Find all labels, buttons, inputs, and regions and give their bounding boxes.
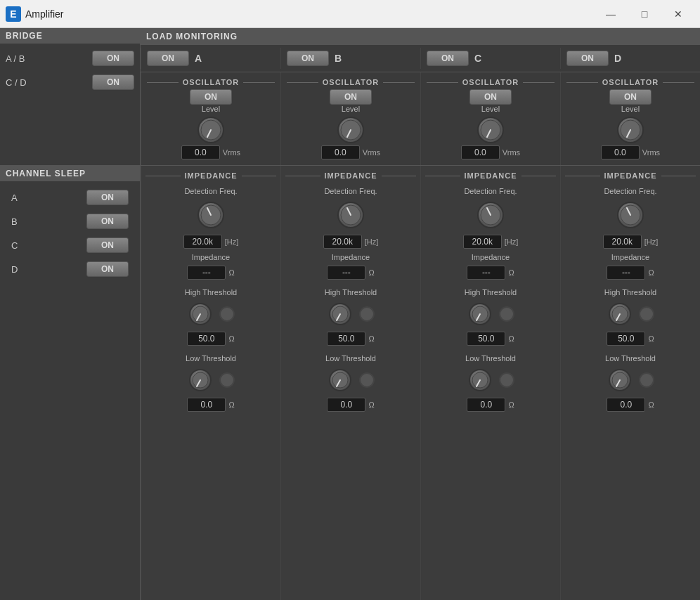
- imp-d-high-knob[interactable]: [607, 301, 633, 327]
- sleep-d-label: D: [11, 264, 18, 275]
- imp-b-low-pair: [327, 367, 375, 393]
- close-button[interactable]: ✕: [662, 4, 694, 25]
- imp-d-high-value: 50.0: [607, 332, 645, 346]
- osc-c-on-button[interactable]: ON: [469, 89, 512, 105]
- imp-a-low-label: Low Threshold: [186, 354, 236, 363]
- sleep-a-button[interactable]: ON: [86, 190, 129, 205]
- osc-a-on-button[interactable]: ON: [190, 89, 232, 105]
- osc-c-label: OSCILLATOR: [462, 78, 519, 86]
- osc-b-label: OSCILLATOR: [323, 78, 379, 86]
- ch-a-letter: A: [195, 53, 202, 64]
- imp-c-high-indicator: [499, 306, 514, 322]
- bridge-cd-button[interactable]: ON: [92, 74, 134, 90]
- imp-d-imp-display: --- Ω: [607, 266, 654, 280]
- osc-c-knob-container: Level: [475, 105, 506, 145]
- osc-b-on-button[interactable]: ON: [330, 89, 372, 105]
- ch-header-c: ON C: [420, 48, 560, 69]
- ch-b-on-button[interactable]: ON: [287, 51, 329, 66]
- osc-d-knob-container: Level: [615, 105, 646, 145]
- imp-b-low-knob[interactable]: [327, 367, 354, 393]
- osc-d-on-button[interactable]: ON: [609, 89, 652, 105]
- imp-a-label: IMPEDANCE: [185, 171, 238, 180]
- osc-c-level-knob[interactable]: [475, 115, 506, 145]
- ch-b-letter: B: [335, 53, 342, 64]
- channel-sleep-rows: A ON B ON C ON D ON: [0, 181, 140, 285]
- osc-b-title: OSCILLATOR: [287, 78, 415, 86]
- minimize-button[interactable]: —: [595, 4, 627, 25]
- imp-c-freq-knob[interactable]: [475, 200, 506, 230]
- imp-col-d: IMPEDANCE Detection Freq. 20.0k [Hz] Imp…: [560, 166, 700, 600]
- osc-b-level-knob[interactable]: [335, 115, 366, 145]
- imp-a-low-knob[interactable]: [187, 367, 214, 393]
- imp-b-freq-knob[interactable]: [335, 200, 366, 230]
- sleep-row-b: B ON: [6, 211, 134, 232]
- imp-c-low-pair: [467, 367, 514, 393]
- ch-header-b: ON B: [280, 48, 420, 69]
- channel-sleep-panel: CHANNEL SLEEP A ON B ON C ON D ON: [0, 166, 141, 600]
- ch-c-letter: C: [474, 53, 481, 64]
- imp-a-high-label: High Threshold: [185, 288, 237, 296]
- imp-a-high-knob[interactable]: [187, 301, 214, 327]
- imp-d-high-pair: [607, 301, 654, 327]
- imp-b-high-knob[interactable]: [327, 301, 354, 327]
- imp-col-c: IMPEDANCE Detection Freq. 20.0k [Hz] Imp…: [420, 166, 560, 600]
- imp-b-high-unit: Ω: [368, 334, 374, 343]
- imp-d-freq-knob[interactable]: [615, 200, 646, 230]
- imp-b-det-freq-label: Detection Freq.: [324, 187, 377, 195]
- sleep-c-button[interactable]: ON: [86, 237, 129, 253]
- sleep-row-a: A ON: [6, 187, 134, 208]
- imp-d-high-indicator: [639, 306, 654, 322]
- channel-content: LOAD MONITORING ON A ON B ON C ON D: [141, 28, 700, 165]
- imp-d-imp-label: Impedance: [611, 253, 649, 261]
- imp-a-freq-display: 20.0k [Hz]: [183, 235, 239, 249]
- osc-b-level-label: Level: [342, 105, 360, 113]
- imp-c-low-knob[interactable]: [467, 367, 493, 393]
- imp-a-low-pair: [187, 367, 235, 393]
- imp-c-label: IMPEDANCE: [465, 171, 517, 180]
- sleep-b-button[interactable]: ON: [86, 214, 129, 229]
- osc-d-level-label: Level: [621, 105, 640, 113]
- osc-d-unit: Vrms: [642, 148, 660, 157]
- imp-b-freq-value: 20.0k: [323, 235, 362, 249]
- maximize-button[interactable]: □: [628, 4, 661, 25]
- bridge-ab-button[interactable]: ON: [92, 51, 134, 66]
- imp-a-det-freq-label: Detection Freq.: [184, 187, 237, 195]
- imp-d-label: IMPEDANCE: [604, 171, 657, 180]
- imp-a-freq-knob[interactable]: [195, 200, 226, 230]
- title-left: E Amplifier: [6, 6, 63, 22]
- imp-a-low-unit: Ω: [228, 400, 234, 409]
- imp-b-low-display: 0.0 Ω: [327, 398, 374, 412]
- imp-c-imp-value: ---: [467, 266, 505, 280]
- imp-d-low-knob[interactable]: [607, 367, 633, 393]
- imp-b-high-label: High Threshold: [325, 288, 377, 296]
- imp-c-low-unit: Ω: [508, 400, 514, 409]
- imp-b-high-value: 50.0: [327, 332, 365, 346]
- title-bar: E Amplifier — □ ✕: [0, 0, 700, 28]
- imp-c-det-freq-label: Detection Freq.: [464, 187, 517, 195]
- ch-c-on-button[interactable]: ON: [427, 51, 469, 66]
- osc-a-title: OSCILLATOR: [147, 78, 275, 86]
- osc-col-c: OSCILLATOR ON Level 0.0: [420, 72, 560, 165]
- bottom-section: CHANNEL SLEEP A ON B ON C ON D ON: [0, 165, 700, 600]
- imp-a-low-indicator: [219, 372, 235, 388]
- osc-a-level-label: Level: [202, 105, 220, 113]
- ch-d-on-button[interactable]: ON: [566, 51, 609, 66]
- osc-a-line-right: [243, 82, 275, 83]
- imp-col-a: IMPEDANCE Detection Freq. 20.0k [Hz] Imp…: [141, 166, 280, 600]
- imp-b-low-indicator: [359, 372, 375, 388]
- imp-d-freq-unit: [Hz]: [644, 237, 659, 246]
- imp-b-imp-unit: Ω: [368, 268, 374, 277]
- imp-b-low-label: Low Threshold: [325, 354, 376, 363]
- osc-a-value: 0.0: [181, 145, 220, 159]
- osc-a-level-knob[interactable]: [195, 115, 226, 145]
- ch-a-on-button[interactable]: ON: [147, 51, 189, 66]
- osc-d-level-knob[interactable]: [615, 115, 646, 145]
- ch-header-d: ON D: [560, 48, 700, 69]
- imp-d-low-label: Low Threshold: [605, 354, 656, 363]
- svg-text:E: E: [10, 8, 16, 20]
- sleep-row-c: C ON: [6, 235, 134, 256]
- imp-c-high-knob[interactable]: [467, 301, 493, 327]
- osc-a-knob-container: Level: [195, 105, 226, 145]
- sleep-d-button[interactable]: ON: [86, 261, 129, 277]
- imp-d-freq-display: 20.0k [Hz]: [603, 235, 659, 249]
